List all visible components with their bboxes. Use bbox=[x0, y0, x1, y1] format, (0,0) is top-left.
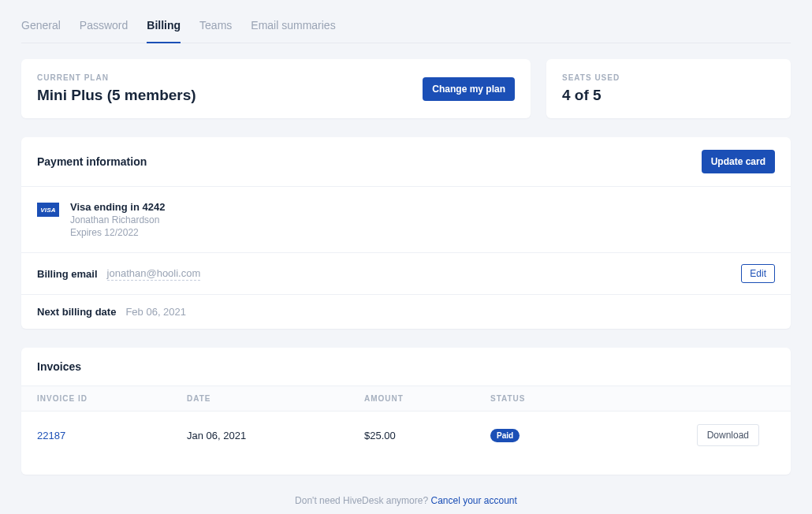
col-amount: AMOUNT bbox=[364, 394, 490, 403]
visa-icon: VISA bbox=[37, 203, 59, 217]
billing-email-value: jonathan@hooli.com bbox=[107, 267, 201, 281]
tab-billing[interactable]: Billing bbox=[147, 19, 181, 43]
seats-value: 4 of 5 bbox=[562, 87, 775, 104]
footer-text: Don't need HiveDesk anymore? bbox=[295, 495, 430, 506]
billing-email-label: Billing email bbox=[37, 268, 98, 280]
table-row: 22187 Jan 06, 2021 $25.00 Paid Download bbox=[21, 412, 791, 459]
seats-label: SEATS USED bbox=[562, 73, 775, 82]
invoices-title: Invoices bbox=[21, 348, 791, 386]
status-badge: Paid bbox=[490, 429, 520, 442]
card-holder: Jonathan Richardson bbox=[70, 214, 165, 225]
payment-title: Payment information bbox=[37, 155, 147, 168]
tab-teams[interactable]: Teams bbox=[199, 19, 232, 43]
invoices-header-row: INVOICE ID DATE AMOUNT STATUS bbox=[21, 386, 791, 412]
footer-cancel: Don't need HiveDesk anymore? Cancel your… bbox=[21, 495, 791, 506]
invoice-amount: $25.00 bbox=[364, 430, 490, 441]
col-status: STATUS bbox=[490, 394, 601, 403]
change-plan-button[interactable]: Change my plan bbox=[423, 77, 515, 101]
invoice-id-link[interactable]: 22187 bbox=[37, 430, 65, 441]
settings-tabs: General Password Billing Teams Email sum… bbox=[21, 0, 791, 43]
invoice-date: Jan 06, 2021 bbox=[187, 430, 364, 441]
seats-card: SEATS USED 4 of 5 bbox=[546, 59, 791, 118]
download-invoice-button[interactable]: Download bbox=[697, 424, 759, 446]
cancel-account-link[interactable]: Cancel your account bbox=[430, 495, 516, 506]
card-expiry: Expires 12/2022 bbox=[70, 227, 165, 238]
col-date: DATE bbox=[187, 394, 364, 403]
current-plan-label: CURRENT PLAN bbox=[37, 73, 196, 82]
payment-section: Payment information Update card VISA Vis… bbox=[21, 137, 791, 329]
next-billing-value: Feb 06, 2021 bbox=[125, 306, 186, 318]
next-billing-label: Next billing date bbox=[37, 306, 116, 318]
col-invoice-id: INVOICE ID bbox=[37, 394, 187, 403]
tab-email-summaries[interactable]: Email summaries bbox=[251, 19, 335, 43]
card-summary: Visa ending in 4242 bbox=[70, 201, 165, 213]
edit-email-button[interactable]: Edit bbox=[741, 264, 775, 283]
tab-general[interactable]: General bbox=[21, 19, 61, 43]
update-card-button[interactable]: Update card bbox=[702, 150, 775, 173]
current-plan-card: CURRENT PLAN Mini Plus (5 members) Chang… bbox=[21, 59, 531, 118]
tab-password[interactable]: Password bbox=[80, 19, 128, 43]
invoices-section: Invoices INVOICE ID DATE AMOUNT STATUS 2… bbox=[21, 348, 791, 475]
current-plan-name: Mini Plus (5 members) bbox=[37, 87, 196, 104]
